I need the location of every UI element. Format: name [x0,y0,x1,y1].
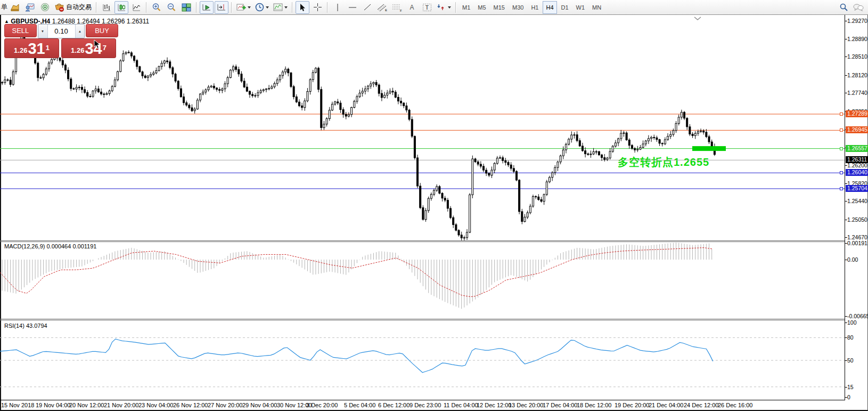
date-axis-label: 27 Nov 20:00 [208,402,242,408]
tab-m1[interactable]: M1 [459,1,473,14]
templates-dropdown-caret[interactable] [284,6,288,9]
macd-axis-zero: 0.00 [847,256,858,263]
candle-up [45,69,47,74]
candle-up [334,102,336,104]
tab-h1[interactable]: H1 [528,1,542,14]
tab-m15[interactable]: M15 [490,1,508,14]
volume-increase-button[interactable]: ▲ [75,25,85,38]
cursor-tool-button[interactable] [296,1,309,14]
candlestick-mode-button[interactable] [114,1,128,14]
indicators-dropdown-caret[interactable] [248,6,251,9]
candle-down [392,91,394,92]
tile-windows-button[interactable] [179,1,193,14]
candle-up [524,217,526,221]
macd-axis-bottom: -0.006659 [847,313,868,319]
signals-icon[interactable] [38,1,52,14]
macd-pane[interactable] [0,242,845,319]
candle-up [612,146,613,151]
templates-button[interactable] [272,1,289,14]
channel-tool[interactable]: E [375,1,389,14]
time-axis-line [0,400,845,400]
periods-button[interactable] [253,1,271,14]
tab-h4[interactable]: H4 [543,1,556,14]
candle-up [230,70,231,77]
candle-down [337,102,339,103]
candle-up [618,139,619,143]
level-handle[interactable] [840,187,843,190]
pane-splitter[interactable] [0,240,845,241]
chat-button[interactable] [851,1,865,14]
candle-down [97,89,99,92]
candle-down [397,97,399,101]
chart-shift-button[interactable] [215,1,228,14]
search-button[interactable] [837,1,850,14]
new-order-button[interactable]: 单 [1,3,7,12]
fibonacci-tool[interactable]: F [390,1,404,14]
auto-scroll-button[interactable] [200,1,214,14]
arrows-dropdown-caret[interactable] [448,6,451,9]
candle-up [257,93,259,95]
clock-icon [255,3,264,12]
date-axis-label: 6 Dec 12:00 [378,402,410,408]
candle-down [598,151,600,155]
zoom-out-button[interactable] [165,1,178,14]
chart-shift-marker[interactable] [694,17,701,21]
trendline-tool[interactable] [361,1,374,14]
data-window-icon[interactable] [23,1,37,14]
candle-down [103,94,105,94]
tab-m30[interactable]: M30 [509,1,527,14]
pane-splitter[interactable] [0,319,845,319]
crosshair-tool-button[interactable] [310,1,324,14]
volume-input[interactable]: 0.10 [48,25,75,38]
vertical-line-tool[interactable] [331,1,345,14]
level-handle[interactable] [840,112,843,116]
line-chart-mode-button[interactable] [129,1,143,14]
candle-down [301,106,303,107]
main-price-pane[interactable] [0,15,845,240]
candle-down [486,170,487,173]
candle-up [147,76,149,77]
zoom-in-button[interactable] [150,1,163,14]
candle-down [128,52,129,53]
level-handle[interactable] [840,171,843,174]
candle-down [708,136,710,142]
periods-dropdown-caret[interactable] [266,6,269,9]
level-handle[interactable] [840,147,843,150]
candle-down [381,93,382,98]
candle-down [167,61,168,62]
candle-down [219,90,220,91]
thick-green-highlight-bar[interactable] [692,146,726,151]
tab-d1[interactable]: D1 [558,1,572,14]
arrows-tool[interactable] [435,1,453,14]
level-handle[interactable] [840,128,843,132]
price-tick-label: 1.25050 [847,216,867,223]
collapse-panel-arrow[interactable]: ▲ [4,19,9,24]
indicators-button[interactable] [235,1,252,14]
sell-price-display[interactable]: 1.26 31 1 [4,38,59,58]
candle-up [623,133,625,133]
bar-chart-mode-button[interactable] [100,1,113,14]
tab-w1[interactable]: W1 [573,1,588,14]
mouse-cursor [94,39,101,49]
tab-m5[interactable]: M5 [474,1,489,14]
fibonacci-icon: F [392,3,403,12]
candle-up [194,109,195,111]
tab-mn[interactable]: MN [589,1,604,14]
rsi-pane[interactable] [0,320,845,400]
candle-up [469,195,471,232]
candle-up [315,68,316,72]
candle-down [461,235,462,238]
horizontal-line-tool[interactable] [346,1,359,14]
autotrading-button[interactable]: 自动交易 [53,1,93,14]
text-tool[interactable]: A [405,1,419,14]
buy-button[interactable]: BUY [86,24,118,37]
buy-price-display[interactable]: 1.26 34 7 [61,38,116,58]
sell-button[interactable]: SELL [4,24,37,37]
volume-stepper: ▼ 0.10 ▲ [38,24,85,38]
volume-decrease-button[interactable]: ▼ [38,25,48,38]
candle-down [626,133,627,140]
market-watch-icon[interactable] [8,1,22,14]
text-label-tool[interactable]: T [420,1,434,14]
candle-up [92,91,94,96]
rsi-axis-label: 80 [847,334,854,341]
